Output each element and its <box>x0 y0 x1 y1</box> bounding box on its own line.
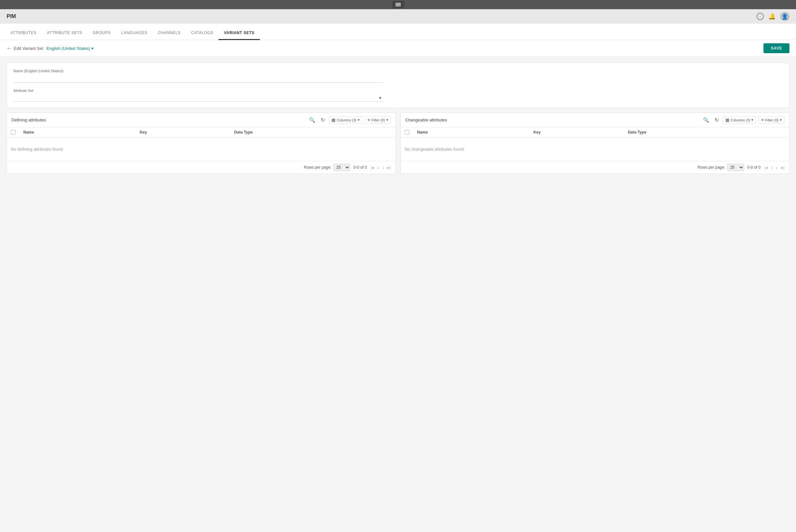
changeable-toolbar: Changeable attributes 🔍 ↻ ▦ Columns (3) … <box>401 113 790 127</box>
defining-toolbar: Defining attributes 🔍 ↻ ▦ Columns (3) ▾ … <box>7 113 396 127</box>
circle-icon[interactable]: ○ <box>757 13 764 20</box>
topbar <box>0 0 796 9</box>
changeable-refresh-button[interactable]: ↻ <box>713 116 720 124</box>
changeable-page-count: 0-0 of 0 <box>747 165 761 170</box>
nav-item-catalogs[interactable]: CATALOGS <box>186 26 219 40</box>
nav-item-attributes[interactable]: ATTRIBUTES <box>5 26 42 40</box>
avatar[interactable]: 👤 <box>780 12 790 21</box>
language-selector[interactable]: English (United States) ▾ <box>46 46 94 51</box>
defining-prev-page-button[interactable]: ‹ <box>377 164 380 171</box>
defining-attributes-panel: Defining attributes 🔍 ↻ ▦ Columns (3) ▾ … <box>6 113 396 174</box>
name-label: Name (English (United States)) <box>14 69 782 73</box>
changeable-col-key: Key <box>529 127 624 137</box>
columns-grid-icon: ▦ <box>331 117 336 122</box>
attribute-set-select[interactable] <box>14 94 383 102</box>
content-area: Name (English (United States)) Attribute… <box>0 57 796 180</box>
defining-last-page-button[interactable]: ▸| <box>387 165 391 171</box>
changeable-rows-per-page-label: Rows per page: <box>698 165 725 170</box>
changeable-prev-page-button[interactable]: ‹ <box>771 164 774 171</box>
main-nav: ATTRIBUTES ATTRIBUTE SETS GROUPS LANGUAG… <box>0 24 796 40</box>
defining-rows-per-page-label: Rows per page: <box>304 165 331 170</box>
defining-filter-arrow-icon: ▾ <box>386 118 388 122</box>
language-label: English (United States) <box>46 46 90 51</box>
changeable-filter-button[interactable]: ≡ Filter (0) ▾ <box>759 116 784 124</box>
app-header: PIM ○ 🔔 👤 <box>0 9 796 24</box>
hamburger-menu[interactable] <box>392 1 404 8</box>
defining-filter-button[interactable]: ≡ Filter (0) ▾ <box>365 116 391 124</box>
changeable-select-all-checkbox[interactable] <box>405 130 409 135</box>
app-title: PIM <box>6 14 16 19</box>
defining-columns-label: Columns (3) <box>337 118 357 122</box>
filter-icon: ≡ <box>368 117 370 122</box>
changeable-columns-label: Columns (3) <box>730 118 750 122</box>
changeable-columns-grid-icon: ▦ <box>725 117 729 122</box>
changeable-rows-select[interactable]: 25 10 50 100 <box>727 164 744 171</box>
defining-title: Defining attributes <box>12 117 305 122</box>
nav-item-groups[interactable]: GROUPS <box>87 26 116 40</box>
changeable-pagination: Rows per page: 25 10 50 100 0-0 of 0 |◂ … <box>401 161 790 174</box>
defining-col-check <box>7 127 19 137</box>
changeable-search-button[interactable]: 🔍 <box>702 116 710 124</box>
defining-col-key: Key <box>136 127 230 137</box>
save-button[interactable]: SAVE <box>763 43 790 53</box>
bell-icon[interactable]: 🔔 <box>768 13 776 20</box>
nav-item-channels[interactable]: CHANNELS <box>152 26 186 40</box>
defining-first-page-button[interactable]: |◂ <box>370 165 375 171</box>
defining-columns-button[interactable]: ▦ Columns (3) ▾ <box>329 116 362 124</box>
defining-rows-select[interactable]: 25 10 50 100 <box>333 164 350 171</box>
changeable-empty-row: No changeable attributes found <box>401 137 790 161</box>
name-input[interactable] <box>14 75 383 83</box>
tables-row: Defining attributes 🔍 ↻ ▦ Columns (3) ▾ … <box>6 113 790 174</box>
changeable-columns-button[interactable]: ▦ Columns (3) ▾ <box>723 116 756 124</box>
defining-page-count: 0-0 of 0 <box>354 165 367 170</box>
defining-next-page-button[interactable]: › <box>382 164 385 171</box>
changeable-col-name: Name <box>413 127 529 137</box>
attribute-set-field: Attribute Set ▾ <box>14 89 782 102</box>
changeable-empty-message: No changeable attributes found <box>405 147 464 152</box>
form-panel: Name (English (United States)) Attribute… <box>6 63 790 108</box>
changeable-title: Changeable attributes <box>405 117 699 122</box>
changeable-col-check <box>401 127 413 137</box>
header-icons: ○ 🔔 👤 <box>757 12 790 21</box>
changeable-table: Name Key Data Type No changeable attribu… <box>401 127 790 161</box>
language-arrow-icon: ▾ <box>91 46 94 51</box>
nav-item-languages[interactable]: LANGUAGES <box>116 26 152 40</box>
back-button[interactable]: ← Edit Variant Set <box>6 45 43 51</box>
attribute-set-label: Attribute Set <box>14 89 782 93</box>
changeable-last-page-button[interactable]: ▸| <box>781 165 785 171</box>
nav-item-attribute-sets[interactable]: ATTRIBUTE SETS <box>42 26 87 40</box>
changeable-columns-arrow-icon: ▾ <box>751 118 753 122</box>
defining-refresh-button[interactable]: ↻ <box>319 116 326 124</box>
defining-col-name: Name <box>19 127 136 137</box>
defining-table: Name Key Data Type No defining attribute… <box>7 127 396 161</box>
defining-empty-row: No defining attributes found <box>7 137 396 161</box>
changeable-filter-label: Filter (0) <box>765 118 779 122</box>
page-header-left: ← Edit Variant Set English (United State… <box>6 45 94 51</box>
changeable-filter-icon: ≡ <box>761 117 764 122</box>
defining-filter-label: Filter (0) <box>372 118 385 122</box>
defining-col-data-type: Data Type <box>230 127 396 137</box>
changeable-next-page-button[interactable]: › <box>776 164 779 171</box>
changeable-first-page-button[interactable]: |◂ <box>764 165 768 171</box>
defining-empty-message: No defining attributes found <box>11 147 63 152</box>
defining-search-button[interactable]: 🔍 <box>308 116 317 124</box>
defining-columns-arrow-icon: ▾ <box>358 118 360 122</box>
defining-select-all-checkbox[interactable] <box>11 130 15 135</box>
changeable-filter-arrow-icon: ▾ <box>780 118 782 122</box>
defining-pagination: Rows per page: 25 10 50 100 0-0 of 0 |◂ … <box>7 161 396 174</box>
changeable-attributes-panel: Changeable attributes 🔍 ↻ ▦ Columns (3) … <box>400 113 790 174</box>
page-header: ← Edit Variant Set English (United State… <box>0 40 796 57</box>
changeable-col-data-type: Data Type <box>624 127 789 137</box>
nav-item-variant-sets[interactable]: VARIANT SETS <box>218 26 259 40</box>
page-title: Edit Variant Set <box>14 46 43 51</box>
name-field: Name (English (United States)) <box>14 69 782 83</box>
back-arrow-icon: ← <box>6 45 12 51</box>
